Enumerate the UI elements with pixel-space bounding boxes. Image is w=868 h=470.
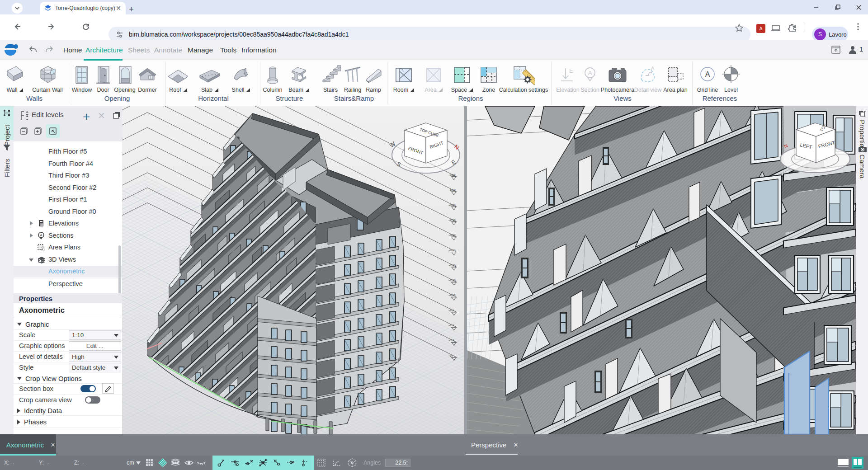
svg-text:+2710: +2710: [448, 219, 455, 221]
svg-text:+919: +919: [448, 309, 454, 312]
svg-text:+2010: +2010: [448, 249, 455, 252]
svg-text:+1210: +1210: [448, 294, 455, 296]
svg-text:A: A: [760, 26, 763, 31]
svg-text:+3910: +3910: [448, 174, 455, 176]
svg-text:A: A: [40, 233, 42, 237]
svg-text:+3010: +3010: [448, 234, 455, 236]
svg-text:+3910: +3910: [448, 204, 455, 207]
svg-text:+10: +10: [448, 354, 453, 357]
svg-text:+1910: +1910: [448, 264, 455, 267]
svg-text:+3910: +3910: [448, 188, 455, 191]
svg-text:+319: +319: [448, 339, 454, 342]
svg-text:+1510: +1510: [448, 279, 455, 282]
svg-text:+619: +619: [448, 324, 454, 327]
